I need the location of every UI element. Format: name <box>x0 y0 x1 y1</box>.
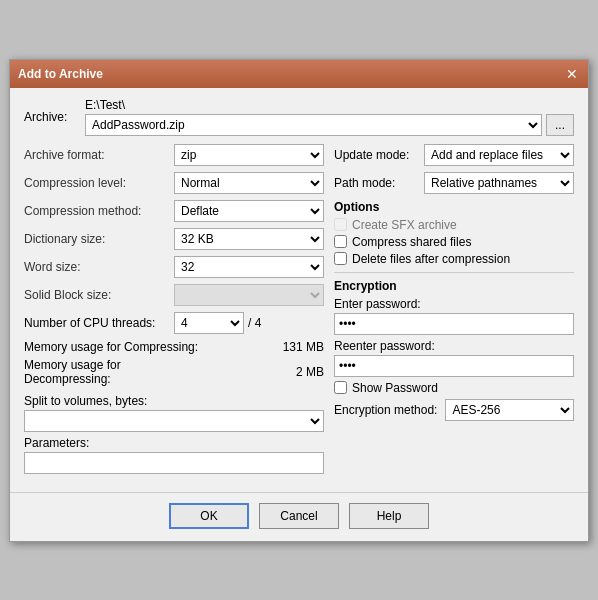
compression-method-row: Compression method: Store Deflate Deflat… <box>24 200 324 222</box>
dialog-title: Add to Archive <box>18 67 103 81</box>
bottom-bar: OK Cancel Help <box>10 492 588 541</box>
compress-shared-row: Compress shared files <box>334 235 574 249</box>
close-button[interactable]: ✕ <box>564 66 580 82</box>
reenter-password-input[interactable] <box>334 355 574 377</box>
word-size-select[interactable]: 16 32 64 128 <box>174 256 324 278</box>
enc-method-label: Encryption method: <box>334 403 437 417</box>
dictionary-size-row: Dictionary size: 4 KB 8 KB 16 KB 32 KB 6… <box>24 228 324 250</box>
show-password-checkbox[interactable] <box>334 381 347 394</box>
solid-block-select[interactable] <box>174 284 324 306</box>
dictionary-size-select[interactable]: 4 KB 8 KB 16 KB 32 KB 64 KB <box>174 228 324 250</box>
solid-block-row: Solid Block size: <box>24 284 324 306</box>
archive-path-stack: E:\Test\ AddPassword.zip ... <box>85 98 574 136</box>
params-input[interactable] <box>24 452 324 474</box>
solid-block-label: Solid Block size: <box>24 288 174 302</box>
create-sfx-checkbox[interactable] <box>334 218 347 231</box>
title-bar: Add to Archive ✕ <box>10 60 588 88</box>
cpu-threads-select[interactable]: 1 2 4 8 <box>174 312 244 334</box>
split-label: Split to volumes, bytes: <box>24 394 324 408</box>
create-sfx-row: Create SFX archive <box>334 218 574 232</box>
params-row: Parameters: <box>24 436 324 474</box>
update-mode-control: Add and replace files Update and add fil… <box>424 144 574 166</box>
params-label: Parameters: <box>24 436 324 450</box>
browse-button[interactable]: ... <box>546 114 574 136</box>
dictionary-size-control: 4 KB 8 KB 16 KB 32 KB 64 KB <box>174 228 324 250</box>
delete-files-checkbox[interactable] <box>334 252 347 265</box>
compression-level-label: Compression level: <box>24 176 174 190</box>
memory-compress-label: Memory usage for Compressing: <box>24 340 204 354</box>
encryption-group: Encryption Enter password: Reenter passw… <box>334 279 574 421</box>
update-mode-select[interactable]: Add and replace files Update and add fil… <box>424 144 574 166</box>
archive-row: Archive: E:\Test\ AddPassword.zip ... <box>24 98 574 136</box>
split-select[interactable] <box>24 410 324 432</box>
archive-filename-select[interactable]: AddPassword.zip <box>85 114 542 136</box>
enc-method-select[interactable]: ZipCrypto AES-128 AES-192 AES-256 <box>445 399 574 421</box>
left-column: Archive format: zip rar tar gz 7z Compre… <box>24 144 324 474</box>
compression-method-select[interactable]: Store Deflate Deflate64 BZip2 <box>174 200 324 222</box>
path-mode-control: No pathnames Relative pathnames Full pat… <box>424 172 574 194</box>
enter-password-label: Enter password: <box>334 297 574 311</box>
memory-compress-value: 131 MB <box>204 340 324 354</box>
options-label: Options <box>334 200 574 214</box>
update-mode-label: Update mode: <box>334 148 424 162</box>
ok-button[interactable]: OK <box>169 503 249 529</box>
word-size-control: 16 32 64 128 <box>174 256 324 278</box>
cpu-threads-label: Number of CPU threads: <box>24 316 174 330</box>
dialog-body: Archive: E:\Test\ AddPassword.zip ... Ar… <box>10 88 588 484</box>
compression-level-select[interactable]: Store Fastest Fast Normal Good Best <box>174 172 324 194</box>
word-size-row: Word size: 16 32 64 128 <box>24 256 324 278</box>
dictionary-size-label: Dictionary size: <box>24 232 174 246</box>
show-password-row: Show Password <box>334 381 574 395</box>
path-mode-select[interactable]: No pathnames Relative pathnames Full pat… <box>424 172 574 194</box>
show-password-label: Show Password <box>352 381 438 395</box>
divider <box>334 272 574 273</box>
delete-files-row: Delete files after compression <box>334 252 574 266</box>
update-mode-row: Update mode: Add and replace files Updat… <box>334 144 574 166</box>
compression-level-row: Compression level: Store Fastest Fast No… <box>24 172 324 194</box>
solid-block-control <box>174 284 324 306</box>
compress-shared-checkbox[interactable] <box>334 235 347 248</box>
archive-combo-row: AddPassword.zip ... <box>85 114 574 136</box>
memory-decompress-label: Memory usage for Decompressing: <box>24 358 204 386</box>
enter-password-input[interactable] <box>334 313 574 335</box>
memory-decompress-row: Memory usage for Decompressing: 2 MB <box>24 358 324 386</box>
right-column: Update mode: Add and replace files Updat… <box>334 144 574 474</box>
reenter-password-label: Reenter password: <box>334 339 574 353</box>
dialog: Add to Archive ✕ Archive: E:\Test\ AddPa… <box>9 59 589 542</box>
cancel-button[interactable]: Cancel <box>259 503 339 529</box>
memory-compress-row: Memory usage for Compressing: 131 MB <box>24 340 324 354</box>
path-mode-row: Path mode: No pathnames Relative pathnam… <box>334 172 574 194</box>
cpu-threads-row: Number of CPU threads: 1 2 4 8 / 4 <box>24 312 324 334</box>
cpu-threads-of: / 4 <box>248 316 261 330</box>
memory-decompress-value: 2 MB <box>204 365 324 379</box>
archive-format-label: Archive format: <box>24 148 174 162</box>
help-button[interactable]: Help <box>349 503 429 529</box>
compression-method-control: Store Deflate Deflate64 BZip2 <box>174 200 324 222</box>
options-group: Options Create SFX archive Compress shar… <box>334 200 574 266</box>
delete-files-label: Delete files after compression <box>352 252 510 266</box>
compression-level-control: Store Fastest Fast Normal Good Best <box>174 172 324 194</box>
archive-label: Archive: <box>24 110 79 124</box>
archive-path-text: E:\Test\ <box>85 98 574 112</box>
archive-format-control: zip rar tar gz 7z <box>174 144 324 166</box>
compress-shared-label: Compress shared files <box>352 235 471 249</box>
archive-format-select[interactable]: zip rar tar gz 7z <box>174 144 324 166</box>
archive-format-row: Archive format: zip rar tar gz 7z <box>24 144 324 166</box>
enc-method-row: Encryption method: ZipCrypto AES-128 AES… <box>334 399 574 421</box>
two-col-layout: Archive format: zip rar tar gz 7z Compre… <box>24 144 574 474</box>
split-row: Split to volumes, bytes: <box>24 394 324 432</box>
encryption-label: Encryption <box>334 279 574 293</box>
word-size-label: Word size: <box>24 260 174 274</box>
path-mode-label: Path mode: <box>334 176 424 190</box>
compression-method-label: Compression method: <box>24 204 174 218</box>
create-sfx-label: Create SFX archive <box>352 218 457 232</box>
